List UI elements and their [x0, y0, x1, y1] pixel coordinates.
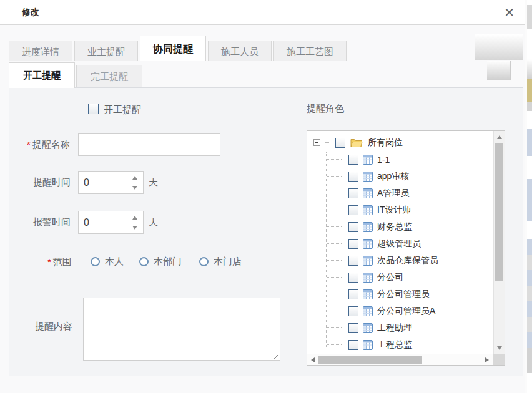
start-work-reminder-checkbox-label: 开工提醒 — [104, 104, 141, 116]
tree-item[interactable]: IT设计师 — [307, 201, 494, 218]
checkbox[interactable] — [348, 188, 358, 198]
scope-option-store[interactable]: 本门店 — [199, 256, 242, 268]
tree-item[interactable]: 分公司管理员A — [307, 303, 494, 319]
tree-item[interactable]: app审核 — [307, 168, 494, 185]
role-table-icon — [363, 306, 373, 316]
role-table-icon — [363, 222, 373, 232]
tree-item[interactable]: 财务总监 — [307, 218, 494, 235]
checkbox[interactable] — [348, 306, 358, 316]
spinner-up-icon[interactable] — [129, 213, 140, 221]
tree-item[interactable]: 工程助理 — [307, 319, 494, 336]
tab-progress-detail[interactable]: 进度详情 — [9, 41, 72, 61]
checkbox[interactable] — [335, 138, 345, 148]
checkbox[interactable] — [348, 222, 358, 232]
reminder-name-input[interactable] — [78, 133, 220, 156]
sub-tab-bar: 开工提醒 完工提醒 — [9, 62, 144, 88]
radio-icon[interactable] — [139, 257, 149, 266]
checkbox[interactable] — [348, 340, 358, 350]
tab-owner-reminder[interactable]: 业主提醒 — [74, 41, 138, 61]
scope-option-self[interactable]: 本人 — [91, 256, 124, 268]
checkbox[interactable] — [348, 172, 358, 182]
role-table-icon — [363, 323, 373, 333]
main-tab-bar: 进度详情 业主提醒 协同提醒 施工人员 施工工艺图 — [9, 36, 348, 61]
role-table-icon — [363, 172, 373, 182]
tree-item[interactable]: A管理员 — [307, 185, 494, 201]
required-marker: * — [27, 139, 31, 150]
dialog-header: 修改 ✕ — [0, 0, 525, 25]
scrollbar-corner — [493, 354, 505, 365]
background-remnant — [475, 34, 523, 60]
background-remnant — [487, 61, 511, 80]
role-table-icon — [363, 155, 373, 165]
checkbox[interactable] — [348, 239, 358, 249]
vertical-scrollbar[interactable] — [493, 131, 505, 354]
role-table-icon — [363, 273, 373, 283]
spinner-down-icon[interactable] — [129, 183, 140, 192]
tab-collaborative-reminder[interactable]: 协同提醒 — [140, 36, 206, 61]
collapse-icon[interactable] — [313, 139, 320, 146]
spinner-up-icon[interactable] — [129, 173, 140, 182]
tree-item[interactable]: 超级管理员 — [307, 235, 494, 252]
tree-item-root[interactable]: 所有岗位 — [307, 134, 494, 151]
background-page-strip — [527, 0, 532, 393]
reminder-content-textarea[interactable] — [83, 298, 280, 361]
roles-tree-box: 所有岗位 1-1 app审核 A管理员 — [307, 130, 505, 366]
role-table-icon — [363, 340, 373, 350]
roles-tree: 所有岗位 1-1 app审核 A管理员 — [307, 131, 494, 354]
dialog-title: 修改 — [22, 7, 39, 18]
checkbox[interactable] — [348, 205, 358, 215]
spinner-down-icon[interactable] — [129, 223, 140, 231]
radio-icon[interactable] — [199, 257, 209, 266]
scroll-right-icon[interactable] — [485, 357, 489, 362]
role-table-icon — [363, 289, 373, 299]
modal-dialog: 修改 ✕ 进度详情 业主提醒 协同提醒 施工人员 施工工艺图 开工提醒 完工提醒… — [0, 0, 525, 393]
tree-item[interactable]: 次品仓库保管员 — [307, 252, 494, 269]
scroll-down-icon[interactable] — [497, 346, 502, 350]
required-marker: * — [47, 256, 51, 267]
checkbox[interactable] — [348, 256, 358, 266]
remind-time-label: 提醒时间 — [33, 177, 71, 188]
scope-option-department[interactable]: 本部门 — [139, 256, 182, 268]
role-table-icon — [363, 256, 373, 266]
alarm-time-unit: 天 — [149, 216, 158, 228]
horizontal-scrollbar-thumb[interactable] — [318, 356, 422, 364]
scroll-up-icon[interactable] — [497, 135, 502, 139]
checkbox[interactable] — [348, 155, 358, 165]
tab-construction-staff[interactable]: 施工人员 — [208, 41, 272, 61]
scroll-left-icon[interactable] — [311, 357, 315, 362]
close-icon[interactable]: ✕ — [504, 4, 515, 21]
tree-connector — [325, 142, 330, 143]
vertical-scrollbar-thumb[interactable] — [495, 143, 503, 281]
reminder-roles-title: 提醒角色 — [307, 103, 344, 115]
role-table-icon — [363, 188, 373, 198]
role-table-icon — [363, 205, 373, 215]
folder-open-icon — [350, 138, 363, 147]
radio-icon[interactable] — [91, 257, 100, 266]
subtab-start-work-reminder[interactable]: 开工提醒 — [9, 62, 75, 88]
start-work-reminder-checkbox[interactable] — [88, 104, 99, 114]
checkbox[interactable] — [348, 323, 358, 333]
scope-label: *范围 — [47, 256, 72, 268]
role-table-icon — [363, 239, 373, 249]
tree-item[interactable]: 工程总监 — [307, 336, 494, 353]
tree-item[interactable]: 1-1 — [307, 151, 494, 168]
reminder-content-label: 提醒内容 — [35, 321, 72, 332]
alarm-time-label: 报警时间 — [33, 216, 71, 228]
checkbox[interactable] — [348, 289, 358, 299]
remind-time-spinner — [78, 171, 144, 194]
tree-item[interactable]: 分公司管理员 — [307, 286, 494, 303]
alarm-time-spinner — [78, 211, 144, 234]
subtab-completion-reminder[interactable]: 完工提醒 — [76, 65, 142, 87]
checkbox[interactable] — [348, 273, 358, 283]
tab-construction-process-diagram[interactable]: 施工工艺图 — [273, 41, 347, 61]
horizontal-scrollbar[interactable] — [307, 354, 494, 365]
tree-item[interactable]: 分公司 — [307, 269, 494, 286]
reminder-name-label: *提醒名称 — [27, 139, 70, 151]
remind-time-unit: 天 — [149, 177, 158, 188]
form-panel: 开工提醒 *提醒名称 提醒时间 天 报警时间 天 *范围 本人 — [9, 87, 523, 376]
